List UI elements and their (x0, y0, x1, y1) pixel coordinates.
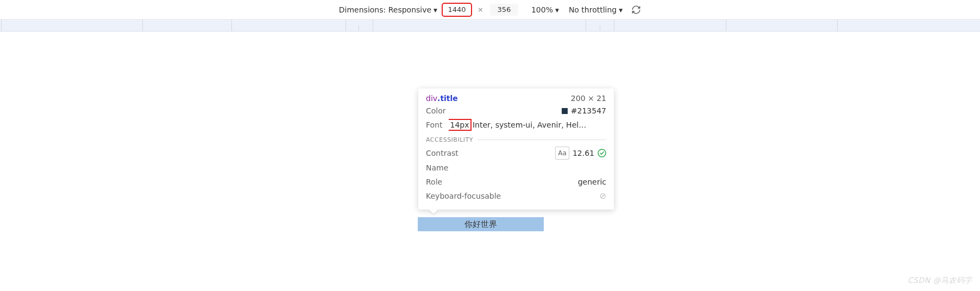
tooltip-pointer-icon (429, 210, 438, 214)
throttling-label: No throttling (569, 5, 617, 14)
color-value-wrap: #213547 (562, 105, 606, 117)
color-row: Color #213547 (426, 104, 606, 118)
accessibility-heading: ACCESSIBILITY (426, 136, 606, 143)
font-row: Font 14px Inter, system-ui, Avenir, Helv… (426, 118, 606, 132)
role-value: generic (578, 176, 606, 188)
element-size: 200 × 21 (571, 94, 606, 103)
element-selector: div.title (426, 94, 458, 103)
chevron-down-icon: ▼ (434, 8, 437, 13)
class-name: .title (437, 94, 458, 103)
name-row: Name (426, 161, 606, 175)
keyboard-focusable-row: Keyboard-focusable ⊘ (426, 189, 606, 203)
device-toolbar: Dimensions: Responsive ▼ × 100% ▼ No thr… (0, 0, 980, 20)
dimensions-label: Dimensions: Responsive (339, 5, 431, 14)
rotate-icon[interactable] (631, 5, 641, 15)
ruler (0, 20, 980, 31)
dimension-separator: × (478, 5, 483, 14)
watermark: CSDN @马农码字 (908, 276, 972, 286)
contrast-row: Contrast Aa 12.61 (426, 146, 606, 161)
font-size-value: 14px (449, 121, 470, 129)
contrast-value-wrap: Aa 12.61 (555, 147, 606, 160)
contrast-label: Contrast (426, 147, 458, 159)
role-row: Role generic (426, 175, 606, 189)
throttling-dropdown[interactable]: No throttling ▼ (569, 5, 623, 14)
dimensions-dropdown[interactable]: Dimensions: Responsive ▼ (339, 5, 437, 14)
role-label: Role (426, 176, 442, 188)
font-value: 14px Inter, system-ui, Avenir, Helvetic.… (449, 119, 589, 131)
name-label: Name (426, 162, 448, 174)
contrast-aa-badge: Aa (555, 147, 569, 160)
keyboard-focusable-label: Keyboard-focusable (426, 190, 501, 202)
zoom-label: 100% (531, 5, 553, 14)
tag-name: div (426, 94, 437, 103)
check-circle-icon (598, 149, 606, 157)
font-label: Font (426, 119, 442, 131)
element-text: 你好世界 (464, 219, 497, 230)
chevron-down-icon: ▼ (555, 8, 559, 13)
color-swatch-icon (562, 108, 568, 114)
zoom-dropdown[interactable]: 100% ▼ (531, 5, 559, 14)
highlighted-element[interactable]: 你好世界 (418, 217, 544, 231)
tooltip-header: div.title 200 × 21 (426, 94, 606, 103)
width-input[interactable] (443, 4, 471, 16)
forbidden-icon: ⊘ (599, 190, 606, 202)
inspector-tooltip: div.title 200 × 21 Color #213547 Font 14… (418, 88, 614, 210)
color-label: Color (426, 105, 446, 117)
height-input[interactable] (490, 4, 518, 16)
contrast-value: 12.61 (573, 147, 594, 159)
font-family-value: Inter, system-ui, Avenir, Helvetic... (473, 121, 589, 129)
color-value: #213547 (571, 105, 606, 117)
chevron-down-icon: ▼ (619, 8, 623, 13)
